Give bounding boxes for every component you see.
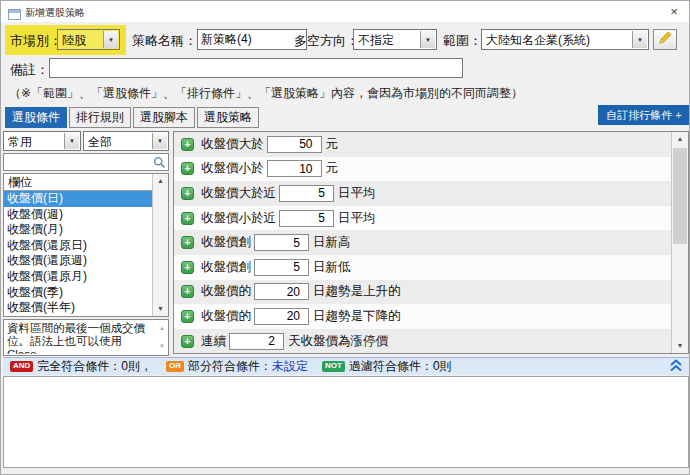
note-label: 備註： [10,61,49,79]
scope-dropdown[interactable]: 大陸知名企業(系統) ▼ [481,29,649,50]
conditions-scrollbar[interactable]: ▲ ▼ [671,132,688,353]
window-icon [8,6,21,24]
field-search-input[interactable] [6,155,150,171]
add-condition-icon[interactable]: + [181,285,194,298]
add-condition-icon[interactable]: + [181,261,194,274]
condition-value-input[interactable] [279,185,334,202]
group-dropdown-value: 全部 [88,134,151,151]
list-item[interactable]: 收盤價(月) [4,222,153,238]
field-items: 收盤價(日) 收盤價(週) 收盤價(月) 收盤價(還原日) 收盤價(還原週) 收… [4,191,153,316]
match-status-bar: AND 完全符合條件：0則， OR 部分符合條件： 未設定 NOT 過濾符合條件… [3,357,689,375]
add-condition-icon[interactable]: + [181,236,194,249]
scroll-up-icon[interactable]: ▲ [153,174,168,188]
field-search-box [3,153,169,171]
category-dropdown-value: 常用 [8,134,63,151]
market-label: 市場別： [10,32,62,50]
not-status-text: 過濾符合條件：0則 [349,358,452,375]
condition-prefix: 收盤價創 [201,234,251,251]
tab-bar: 選股條件 排行規則 選股腳本 選股策略 [5,107,259,128]
condition-suffix: 元 [326,136,339,153]
condition-rows: + 收盤價大於 元 + 收盤價小於 元 + 收盤價大於近 日平均 + 收盤價小於… [174,132,672,353]
condition-suffix: 日平均 [338,185,376,202]
tab-select-conditions[interactable]: 選股條件 [5,107,67,128]
condition-value-input[interactable] [267,136,322,153]
close-icon[interactable]: × [665,3,683,20]
add-condition-icon[interactable]: + [181,162,194,175]
field-list-scrollbar[interactable]: ▲ ▼ [152,174,168,316]
condition-row: + 收盤價的 日趨勢是下降的 [174,304,672,329]
and-badge: AND [10,361,33,372]
scroll-down-icon[interactable]: ▼ [153,302,168,316]
new-strategy-dialog: 新增選股策略 × 市場別： 陸股 ▼ 策略名稱： 多空方向： 不指定 ▼ 範圍：… [0,0,690,475]
scope-dropdown-value: 大陸知名企業(系統) [486,32,631,49]
market-dropdown[interactable]: 陸股 ▼ [57,29,120,50]
category-dropdown[interactable]: 常用 ▼ [3,131,81,151]
condition-value-input[interactable] [254,308,309,325]
list-item[interactable]: 收盤價(季) [4,285,153,301]
condition-row: + 收盤價大於近 日平均 [174,181,672,206]
field-list: 欄位 收盤價(日) 收盤價(週) 收盤價(月) 收盤價(還原日) 收盤價(還原週… [3,173,169,317]
condition-row: + 收盤價創 日新低 [174,255,672,280]
double-chevron-up-icon [669,358,683,376]
tab-select-strategy[interactable]: 選股策略 [197,107,259,128]
strategy-name-input[interactable] [197,29,307,50]
direction-dropdown[interactable]: 不指定 ▼ [353,29,437,50]
search-icon[interactable] [153,155,166,173]
condition-prefix: 收盤價大於 [201,136,264,153]
tab-select-script[interactable]: 選股腳本 [133,107,195,128]
chevron-down-icon[interactable]: ▼ [632,31,647,48]
add-condition-icon[interactable]: + [181,138,194,151]
chevron-down-icon[interactable]: ▼ [152,133,167,149]
condition-suffix: 元 [326,160,339,177]
condition-row: + 收盤價小於近 日平均 [174,206,672,231]
tab-ranking-rules[interactable]: 排行規則 [69,107,131,128]
condition-value-input[interactable] [254,234,309,251]
list-item[interactable]: 收盤價(日) [4,191,153,207]
condition-prefix: 收盤價大於近 [201,185,276,202]
add-condition-icon[interactable]: + [181,335,194,348]
group-dropdown[interactable]: 全部 ▼ [83,131,169,151]
window-title: 新增選股策略 [25,6,85,20]
add-condition-icon[interactable]: + [181,310,194,323]
condition-value-input[interactable] [279,210,334,227]
field-description-text: 資料區間的最後一個成交價位。語法上也可以使用Close。 [7,322,154,354]
or-badge: OR [166,361,184,372]
scrollbar-thumb[interactable] [673,148,687,244]
add-condition-icon[interactable]: + [181,212,194,225]
selected-conditions-area[interactable] [3,376,689,468]
or-status-value[interactable]: 未設定 [272,358,308,375]
list-item[interactable]: 收盤價(週) [4,207,153,223]
not-badge: NOT [322,361,345,372]
condition-value-input[interactable] [254,283,309,300]
direction-dropdown-value: 不指定 [358,32,419,49]
custom-rank-condition-button[interactable]: 自訂排行條件 + [598,105,690,125]
condition-value-input[interactable] [254,259,309,276]
condition-prefix: 收盤價小於近 [201,210,276,227]
condition-row: + 收盤價創 日新高 [174,230,672,255]
condition-prefix: 收盤價小於 [201,160,264,177]
note-input[interactable] [49,58,463,78]
list-item[interactable]: 收盤價(還原週) [4,253,153,269]
condition-row: + 收盤價大於 元 [174,132,672,157]
edit-scope-button[interactable] [653,29,677,50]
and-status-text: 完全符合條件：0則， [37,358,152,375]
scroll-up-icon[interactable]: ▲ [672,132,688,146]
add-condition-icon[interactable]: + [181,187,194,200]
chevron-down-icon[interactable]: ▼ [103,31,118,48]
collapse-panel-button[interactable] [665,359,687,374]
scroll-up-icon[interactable]: ▲ [157,322,167,335]
scroll-down-icon[interactable]: ▼ [157,340,167,353]
list-item[interactable]: 收盤價(還原月) [4,269,153,285]
condition-suffix: 日趨勢是下降的 [313,308,401,325]
field-description-box: 資料區間的最後一個成交價位。語法上也可以使用Close。 ▲ ▼ [3,319,169,356]
condition-prefix: 收盤價的 [201,283,251,300]
condition-value-input[interactable] [267,160,322,177]
chevron-down-icon[interactable]: ▼ [64,133,79,149]
chevron-down-icon[interactable]: ▼ [420,31,435,48]
scroll-down-icon[interactable]: ▼ [672,339,688,353]
list-item[interactable]: 收盤價(還原日) [4,238,153,254]
condition-row: + 收盤價小於 元 [174,157,672,182]
field-list-header: 欄位 [4,174,153,191]
list-item[interactable]: 收盤價(半年) [4,300,153,316]
condition-value-input[interactable] [229,333,284,350]
